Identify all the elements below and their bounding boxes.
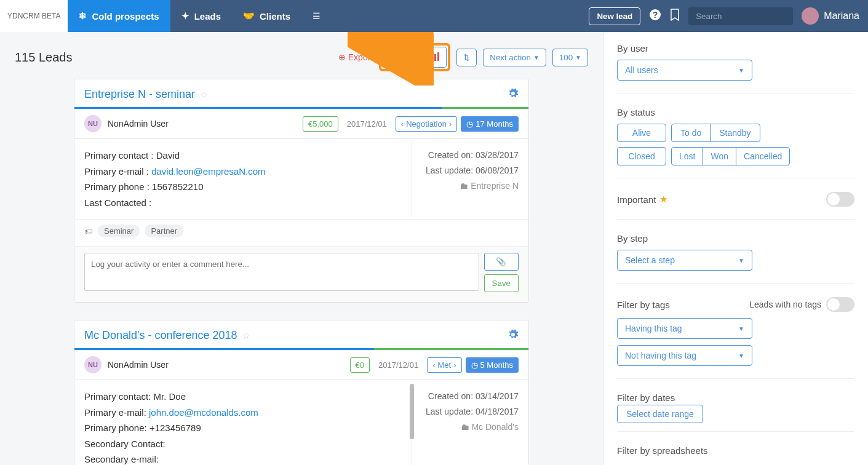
chevron-down-icon: ▼	[533, 54, 540, 61]
sort-button[interactable]: ⇅	[456, 49, 477, 66]
bookmark-icon[interactable]	[670, 9, 680, 24]
not-having-tag-select[interactable]: Not having this tag ▼	[617, 345, 752, 366]
handshake-icon: 🤝	[243, 10, 255, 22]
folder-name: Entreprise N	[471, 181, 519, 191]
filter-label: By status	[617, 107, 854, 117]
having-tag-select[interactable]: Having this tag ▼	[617, 318, 752, 339]
view-grid-button[interactable]: ▦	[383, 47, 404, 67]
primary-email-link[interactable]: david.leon@empresaN.com	[151, 166, 265, 177]
next-action-button[interactable]: Next action ▼	[483, 49, 546, 66]
primary-contact-value: Mr. Doe	[154, 391, 186, 402]
attach-button[interactable]: 📎	[484, 253, 519, 271]
nav-tab-clients[interactable]: 🤝 Clients	[232, 0, 301, 32]
comment-input[interactable]	[84, 253, 479, 291]
lead-meta: Created on: 03/28/2017 Last update: 06/0…	[412, 139, 528, 219]
date-range-button[interactable]: Select date range	[617, 405, 703, 423]
owner-avatar-icon: NU	[84, 356, 102, 373]
star-icon[interactable]: ☆	[200, 90, 208, 100]
search-input[interactable]	[688, 7, 793, 25]
lead-title-link[interactable]: Mc Donald's - conference 2018	[84, 329, 237, 342]
lead-details: Primary contact : David Primary e-mail :…	[74, 139, 412, 219]
important-label: Important	[617, 194, 656, 205]
stage-label: Negotiation	[406, 119, 447, 129]
leads-title: 115 Leads	[15, 50, 72, 65]
scrollbar[interactable]	[410, 384, 414, 439]
no-tags-toggle[interactable]	[826, 297, 854, 312]
important-toggle[interactable]	[826, 192, 854, 207]
top-bar: YDNCRM BETA ❄ Cold prospects ✦ Leads 🤝 C…	[0, 0, 868, 32]
primary-email-label: Primary e-mail:	[84, 407, 149, 418]
primary-phone-label: Primary phone:	[84, 423, 149, 433]
user-select[interactable]: All users ▼	[617, 60, 752, 81]
filter-by-step: By step Select a step ▼	[617, 233, 854, 284]
next-action-label: Next action	[490, 53, 531, 62]
chevron-right-icon: ›	[453, 360, 456, 370]
chevron-down-icon: ▼	[738, 352, 744, 359]
status-lost[interactable]: Lost	[672, 148, 703, 165]
status-won[interactable]: Won	[703, 148, 736, 165]
gear-icon[interactable]	[508, 329, 519, 342]
no-tags-label: Leads with no tags	[749, 300, 821, 309]
svg-rect-2	[431, 57, 433, 61]
primary-contact-label: Primary contact:	[84, 391, 154, 402]
svg-rect-3	[434, 54, 436, 61]
app-logo: YDNCRM BETA	[0, 0, 68, 32]
new-lead-button[interactable]: New lead	[589, 7, 640, 25]
primary-phone-value: 1567852210	[152, 181, 203, 192]
nav-more-menu[interactable]: ☰	[301, 0, 332, 32]
step-select[interactable]: Select a step ▼	[617, 250, 752, 271]
status-alive[interactable]: Alive	[617, 124, 666, 142]
status-cancelled[interactable]: Cancelled	[736, 148, 789, 165]
tag-chip[interactable]: Partner	[145, 225, 183, 237]
save-comment-button[interactable]: Save	[484, 274, 519, 292]
page-size-button[interactable]: 100 ▼	[552, 49, 588, 66]
nav-tab-leads[interactable]: ✦ Leads	[170, 0, 232, 32]
created-label: Created on:	[428, 391, 476, 401]
view-list-button[interactable]: ☰	[404, 47, 425, 67]
chevron-down-icon: ▼	[575, 54, 581, 61]
filter-label: Filter by spreadsheets	[617, 445, 854, 456]
primary-email-link[interactable]: john.doe@mcdonalds.com	[149, 407, 258, 418]
tag-row: 🏷 Seminar Partner	[74, 219, 528, 246]
status-closed[interactable]: Closed	[617, 147, 666, 165]
status-standby[interactable]: Standby	[711, 124, 759, 141]
lead-title-link[interactable]: Entreprise N - seminar	[84, 88, 195, 101]
updated-value: 04/18/2017	[476, 407, 519, 416]
tag-chip[interactable]: Seminar	[98, 225, 140, 237]
nav-tab-cold-prospects[interactable]: ❄ Cold prospects	[68, 0, 170, 32]
gear-icon[interactable]	[508, 88, 519, 101]
tag-icon: 🏷	[84, 226, 93, 236]
progress-bar	[74, 348, 528, 350]
created-label: Created on:	[428, 150, 476, 160]
last-contacted-label: Last Contacted :	[84, 197, 151, 208]
user-avatar-icon	[802, 7, 819, 25]
amount-badge: €0	[350, 357, 370, 373]
secondary-email-label: Secondary e-mail:	[84, 454, 159, 464]
export-button[interactable]: ⊕ Export	[338, 52, 373, 62]
owner-name: NonAdmin User	[108, 360, 169, 370]
lead-meta: Created on: 03/14/2017 Last update: 04/1…	[412, 380, 528, 465]
grid-icon: ▦	[390, 52, 398, 62]
lead-card: Mc Donald's - conference 2018 ☆ NU NonAd…	[74, 320, 529, 465]
chevron-right-icon: ›	[449, 119, 452, 129]
snowflake-icon: ❄	[79, 10, 87, 22]
comment-box: 📎 Save	[74, 246, 528, 302]
chevron-down-icon: ▼	[738, 257, 744, 264]
view-toggle: ▦ ☰	[383, 47, 447, 68]
user-menu[interactable]: Mariana	[802, 7, 859, 25]
help-icon[interactable]: ?	[649, 9, 661, 24]
folder-name: Mc Donald's	[471, 422, 519, 432]
primary-email-label: Primary e-mail :	[84, 166, 151, 177]
export-icon: ⊕	[338, 52, 346, 62]
stage-badge[interactable]: ‹ Negotiation ›	[396, 116, 457, 132]
star-icon[interactable]: ☆	[242, 331, 250, 341]
nav-tab-label: Cold prospects	[92, 11, 159, 22]
clock-icon: ◷	[471, 360, 478, 370]
owner-chip[interactable]: NU NonAdmin User	[84, 356, 169, 373]
status-todo[interactable]: To do	[672, 124, 711, 141]
view-chart-button[interactable]	[425, 47, 446, 67]
stage-badge[interactable]: ‹ Met ›	[427, 357, 461, 373]
duration-label: 5 Months	[480, 360, 513, 370]
owner-chip[interactable]: NU NonAdmin User	[84, 115, 169, 132]
cards-list: Entreprise N - seminar ☆ NU NonAdmin Use…	[0, 79, 603, 465]
